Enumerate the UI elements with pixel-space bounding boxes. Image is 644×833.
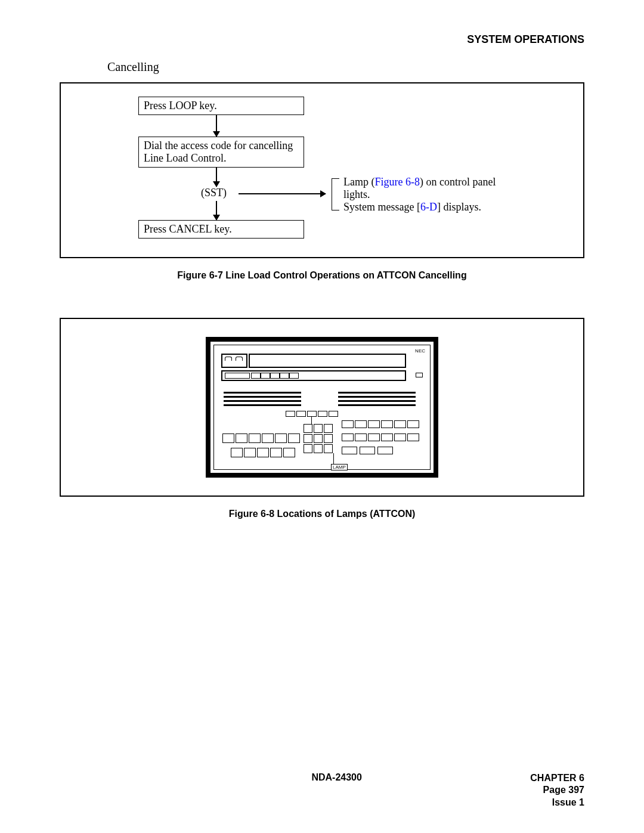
- sst-label: (SST): [201, 187, 227, 199]
- secondary-display: [221, 370, 406, 381]
- main-display: [249, 354, 406, 368]
- small-display: [221, 354, 247, 368]
- lamp-label: LAMP: [331, 464, 348, 470]
- brand-label: NEC: [415, 348, 425, 354]
- sst-note: Lamp (Figure 6-8) on control panel light…: [343, 176, 522, 213]
- page-number: Page 397: [530, 784, 584, 797]
- flowchart-cancelling: Press LOOP key. Dial the access code for…: [60, 82, 584, 258]
- page-footer: NDA-24300 CHAPTER 6 Page 397 Issue 1: [60, 772, 584, 809]
- step-press-cancel: Press CANCEL key.: [138, 220, 304, 239]
- led-icon: [416, 373, 423, 377]
- bracket-icon: [332, 178, 339, 210]
- arrow-right-icon: [239, 193, 326, 194]
- page-header: SYSTEM OPERATIONS: [60, 33, 584, 46]
- link-figure-6-8[interactable]: Figure 6-8: [374, 176, 420, 188]
- chapter-label: CHAPTER 6: [530, 772, 584, 785]
- link-6d[interactable]: 6-D: [420, 201, 437, 213]
- subsection-title: Cancelling: [107, 60, 584, 74]
- arrow-down-icon: [216, 115, 217, 137]
- step-press-loop: Press LOOP key.: [138, 97, 304, 115]
- arrow-down-icon: [216, 201, 217, 220]
- caption-figure-6-8: Figure 6-8 Locations of Lamps (ATTCON): [60, 509, 584, 519]
- step-dial-access-code: Dial the access code for cancelling Line…: [138, 137, 304, 168]
- issue-label: Issue 1: [530, 797, 584, 809]
- caption-figure-6-7: Figure 6-7 Line Load Control Operations …: [60, 270, 584, 281]
- attcon-panel-figure: NEC: [60, 318, 584, 497]
- doc-number: NDA-24300: [143, 772, 530, 809]
- arrow-down-icon: [216, 168, 217, 187]
- attcon-device: NEC: [206, 337, 438, 478]
